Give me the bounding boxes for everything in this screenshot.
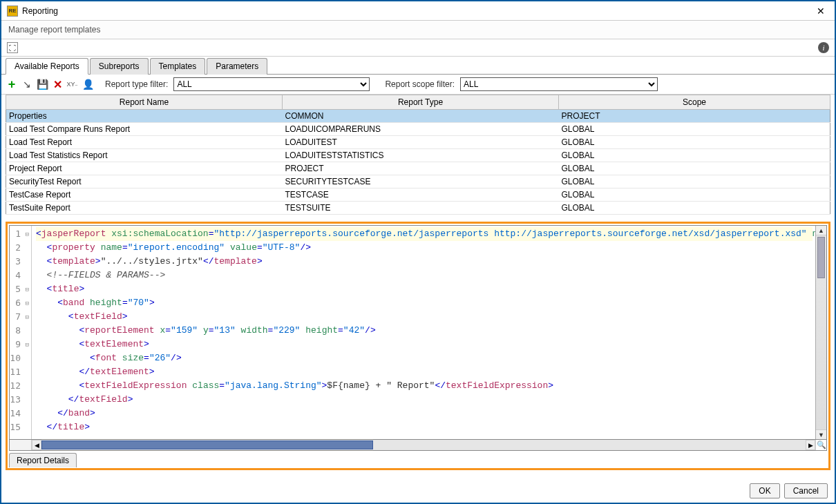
scope-filter-label: Report scope filter: — [385, 79, 455, 89]
code-line[interactable]: <jasperReport xsi:schemaLocation="http:/… — [36, 227, 813, 241]
table-row[interactable]: Load Test ReportLOADUITESTGLOBAL — [6, 136, 830, 149]
line-number: 12 — [10, 379, 30, 393]
edit-icon[interactable]: ↘ — [21, 78, 33, 90]
column-header[interactable]: Report Name — [6, 95, 283, 110]
code-line[interactable]: </textElement> — [36, 365, 813, 379]
rename-icon[interactable]: XY₋ — [66, 78, 79, 90]
top-toolbar: ⛶ i — [1, 39, 835, 57]
cell-name: Load Test Report — [6, 136, 283, 149]
cell-scope: GLOBAL — [559, 175, 830, 188]
code-line[interactable]: <textField> — [36, 310, 813, 324]
cell-scope: GLOBAL — [559, 136, 830, 149]
line-number: 1⊟ — [10, 227, 30, 241]
user-icon[interactable]: 👤 — [82, 78, 94, 90]
code-line[interactable]: </textField> — [36, 393, 813, 407]
vertical-scrollbar[interactable]: ▲ ▼ — [815, 226, 826, 439]
code-line[interactable]: <font size="26"/> — [36, 351, 813, 365]
table-row[interactable]: PropertiesCOMMONPROJECT — [6, 110, 830, 123]
code-line[interactable]: <textElement> — [36, 338, 813, 351]
cell-name: Load Test Statistics Report — [6, 149, 283, 162]
line-number: 10 — [10, 351, 30, 365]
tab-report-details[interactable]: Report Details — [9, 453, 77, 467]
cell-name: Load Test Compare Runs Report — [6, 123, 283, 136]
scroll-right-icon[interactable]: ▶ — [806, 440, 815, 450]
dialog-buttons: OK Cancel — [750, 483, 828, 498]
info-icon[interactable]: i — [818, 42, 829, 53]
code-line[interactable]: <template>"../../styles.jrtx"</template> — [36, 255, 813, 269]
code-line[interactable]: <property name="ireport.encoding" value=… — [36, 241, 813, 255]
code-editor[interactable]: 1⊟2345⊟6⊟7⊟89⊟101112131415 <jasperReport… — [9, 225, 827, 440]
code-line[interactable]: </band> — [36, 407, 813, 420]
report-details-panel: 1⊟2345⊟6⊟7⊟89⊟101112131415 <jasperReport… — [6, 222, 830, 470]
close-button[interactable]: ✕ — [813, 4, 829, 18]
titlebar: RE Reporting ✕ — [1, 1, 835, 21]
code-line[interactable]: </title> — [36, 420, 813, 434]
line-number: 13 — [10, 393, 30, 407]
expand-icon[interactable]: ⛶ — [7, 42, 18, 53]
report-table[interactable]: Report NameReport TypeScope PropertiesCO… — [6, 95, 830, 215]
cell-type: SECURITYTESTCASE — [283, 175, 559, 188]
code-line[interactable]: <textFieldExpression class="java.lang.St… — [36, 379, 813, 393]
cell-name: TestSuite Report — [6, 202, 283, 215]
scroll-thumb[interactable] — [817, 237, 825, 278]
code-lines[interactable]: <jasperReport xsi:schemaLocation="http:/… — [32, 226, 815, 439]
cell-type: TESTCASE — [283, 188, 559, 202]
table-row[interactable]: TestSuite ReportTESTSUITEGLOBAL — [6, 202, 830, 215]
tab-templates[interactable]: Templates — [150, 58, 206, 75]
scroll-up-icon[interactable]: ▲ — [816, 226, 826, 235]
horizontal-scrollbar[interactable]: ◀ ▶ 🔍 — [9, 440, 827, 451]
scope-filter-select[interactable]: ALL — [460, 77, 658, 91]
table-row[interactable]: Project ReportPROJECTGLOBAL — [6, 162, 830, 175]
line-number: 7⊟ — [10, 310, 30, 324]
cell-type: LOADUITESTSTATISTICS — [283, 149, 559, 162]
code-line[interactable]: <title> — [36, 282, 813, 296]
save-icon[interactable]: 💾 — [36, 78, 48, 90]
table-row[interactable]: TestCase ReportTESTCASEGLOBAL — [6, 188, 830, 202]
cell-name: TestCase Report — [6, 188, 283, 202]
line-number: 9⊟ — [10, 338, 30, 351]
add-icon[interactable]: + — [6, 78, 18, 90]
tab-subreports[interactable]: Subreports — [90, 58, 149, 75]
type-filter-select[interactable]: ALL — [173, 77, 370, 91]
scroll-down-icon[interactable]: ▼ — [816, 429, 826, 439]
ok-button[interactable]: OK — [750, 483, 779, 498]
cell-scope: GLOBAL — [559, 123, 830, 136]
cell-scope: GLOBAL — [559, 188, 830, 202]
line-number: 5⊟ — [10, 282, 30, 296]
zoom-icon[interactable]: 🔍 — [815, 440, 826, 450]
code-line[interactable]: <reportElement x="159" y="13" width="229… — [36, 324, 813, 338]
line-number: 4 — [10, 269, 30, 282]
cell-name: Project Report — [6, 162, 283, 175]
hscroll-thumb[interactable] — [41, 440, 373, 449]
tab-available-reports[interactable]: Available Reports — [6, 58, 88, 75]
line-gutter: 1⊟2345⊟6⊟7⊟89⊟101112131415 — [10, 226, 32, 439]
line-number: 8 — [10, 324, 30, 338]
delete-icon[interactable]: ✕ — [51, 78, 64, 90]
window-title: Reporting — [22, 6, 813, 16]
lower-tabs: Report Details — [9, 452, 827, 467]
cell-type: COMMON — [283, 110, 559, 123]
cell-scope: GLOBAL — [559, 149, 830, 162]
cell-scope: PROJECT — [559, 110, 830, 123]
line-number: 11 — [10, 365, 30, 379]
cell-type: TESTSUITE — [283, 202, 559, 215]
column-header[interactable]: Report Type — [283, 95, 559, 110]
column-header[interactable]: Scope — [559, 95, 830, 110]
main-tabs: Available ReportsSubreportsTemplatesPara… — [1, 57, 835, 75]
actions-toolbar: + ↘ 💾 ✕ XY₋ 👤 Report type filter: ALL Re… — [1, 75, 835, 95]
cell-name: Properties — [6, 110, 283, 123]
code-line[interactable]: <band height="70"> — [36, 296, 813, 310]
line-number: 2 — [10, 241, 30, 255]
scroll-left-icon[interactable]: ◀ — [32, 440, 41, 450]
code-line[interactable]: <!--FIELDS & PARAMS--> — [36, 269, 813, 282]
table-row[interactable]: Load Test Statistics ReportLOADUITESTSTA… — [6, 149, 830, 162]
table-row[interactable]: Load Test Compare Runs ReportLOADUICOMPA… — [6, 123, 830, 136]
cancel-button[interactable]: Cancel — [784, 483, 828, 498]
app-icon: RE — [7, 6, 18, 17]
cell-scope: GLOBAL — [559, 162, 830, 175]
type-filter-label: Report type filter: — [105, 79, 168, 89]
table-row[interactable]: SecurityTest ReportSECURITYTESTCASEGLOBA… — [6, 175, 830, 188]
line-number: 14 — [10, 407, 30, 420]
cell-type: LOADUICOMPARERUNS — [283, 123, 559, 136]
tab-parameters[interactable]: Parameters — [207, 58, 267, 75]
